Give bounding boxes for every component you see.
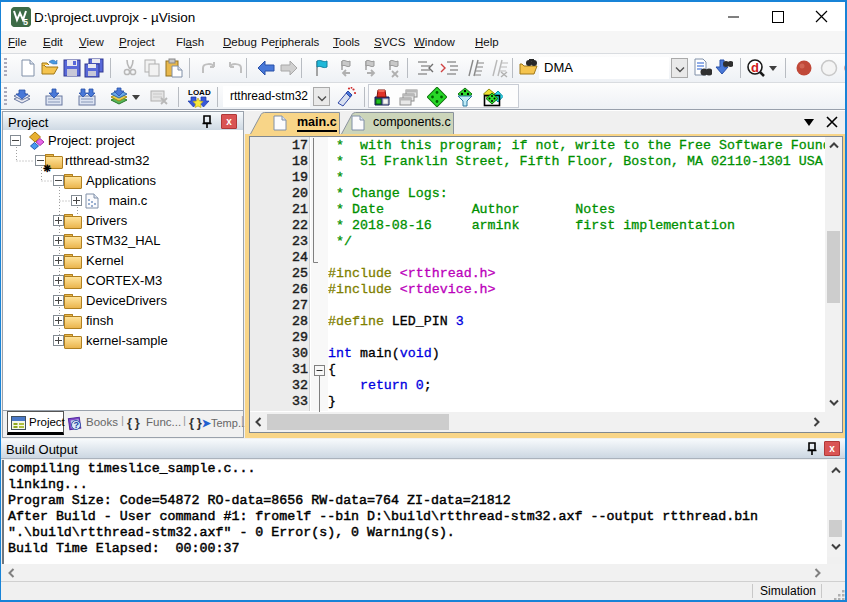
svg-text:d: d — [751, 60, 759, 75]
svg-text:5: 5 — [23, 17, 28, 27]
svg-text:?: ? — [74, 420, 80, 430]
svg-text:LOAD: LOAD — [188, 88, 211, 97]
